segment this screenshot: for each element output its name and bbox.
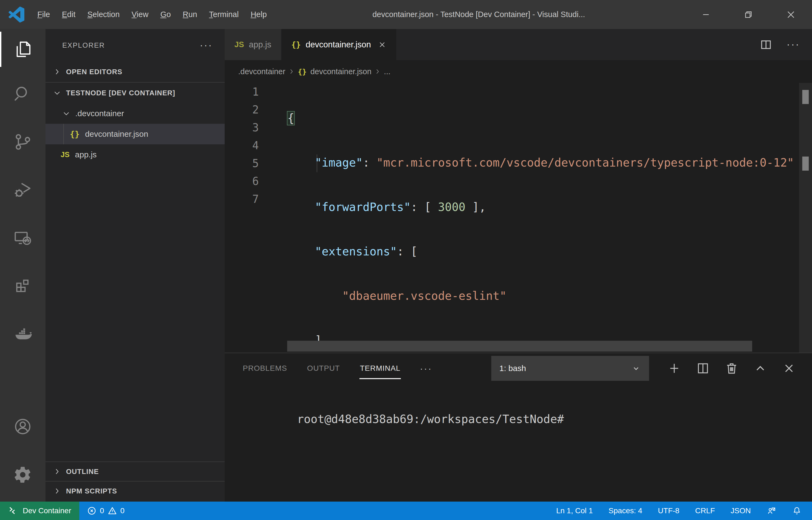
menu-view[interactable]: View <box>125 6 154 23</box>
line-number: 5 <box>225 154 262 172</box>
activity-remote-explorer[interactable] <box>0 214 46 262</box>
close-tab-icon[interactable] <box>378 41 387 49</box>
menu-terminal[interactable]: Terminal <box>203 6 245 23</box>
code-line-5: "dbaeumer.vscode-eslint" <box>287 287 794 305</box>
split-editor-icon[interactable] <box>759 38 773 51</box>
menu-help[interactable]: Help <box>245 6 273 23</box>
terminal-prompt: root@d48e8d38ab69:/workspaces/TestNode# <box>297 413 564 426</box>
line-number: 2 <box>225 101 262 119</box>
activity-settings[interactable] <box>0 451 46 499</box>
menu-file[interactable]: File <box>31 6 56 23</box>
encoding-setting[interactable]: UTF-8 <box>658 506 679 515</box>
outline-section[interactable]: OUTLINE <box>46 462 225 481</box>
breadcrumb-file[interactable]: devcontainer.json <box>310 67 372 76</box>
activity-accounts[interactable] <box>0 402 46 451</box>
separator: : [ <box>397 245 418 258</box>
activity-docker[interactable] <box>0 311 46 359</box>
code-line-4: "extensions": [ <box>287 243 794 261</box>
json-number: 3000 <box>438 201 465 214</box>
workspace-root-label: TESTNODE [DEV CONTAINER] <box>66 89 175 97</box>
new-terminal-icon[interactable] <box>668 362 681 375</box>
file-app-js-item[interactable]: JS app.js <box>46 145 225 165</box>
vertical-scrollbar[interactable] <box>799 83 812 353</box>
json-string: "dbaeumer.vscode-eslint" <box>342 289 506 303</box>
panel-more-tabs[interactable]: ··· <box>420 363 432 374</box>
menu-selection[interactable]: Selection <box>82 6 125 23</box>
code-line-3: "forwardPorts": [ 3000 ], <box>287 198 794 216</box>
gear-icon <box>13 465 32 484</box>
menu-go[interactable]: Go <box>154 6 177 23</box>
statusbar-right: Ln 1, Col 1 Spaces: 4 UTF-8 CRLF JSON <box>556 506 812 516</box>
explorer-more-actions[interactable]: ··· <box>200 40 213 51</box>
search-icon <box>13 84 32 103</box>
remote-explorer-icon <box>13 229 32 248</box>
window-title: devcontainer.json - TestNode [Dev Contai… <box>273 10 685 19</box>
horizontal-scrollbar[interactable] <box>287 341 752 352</box>
restore-icon <box>744 10 753 20</box>
docker-icon <box>13 325 32 344</box>
breadcrumb-folder[interactable]: .devcontainer <box>238 67 285 76</box>
code-line-2: "image": "mcr.microsoft.com/vscode/devco… <box>287 154 794 172</box>
tab-devcontainer-json[interactable]: {} devcontainer.json <box>281 29 397 60</box>
terminal-picker-value: 1: bash <box>499 364 526 373</box>
open-editors-section[interactable]: OPEN EDITORS <box>46 61 225 82</box>
folder-devcontainer-item[interactable]: .devcontainer <box>46 103 225 124</box>
kill-terminal-trash-icon[interactable] <box>725 362 738 375</box>
activity-bar <box>0 29 46 501</box>
editor-more-actions[interactable]: ··· <box>787 39 800 50</box>
indentation-setting[interactable]: Spaces: 4 <box>609 506 642 515</box>
line-number: 6 <box>225 172 262 190</box>
indent <box>287 156 315 169</box>
status-bar: Dev Container 0 0 Ln 1, Col 1 Spaces: 4 … <box>0 501 812 520</box>
remote-indicator[interactable]: Dev Container <box>0 501 79 520</box>
cursor-position[interactable]: Ln 1, Col 1 <box>556 506 593 515</box>
tab-terminal[interactable]: TERMINAL <box>359 359 401 378</box>
tab-problems[interactable]: PROBLEMS <box>242 359 288 378</box>
panel-header: PROBLEMS OUTPUT TERMINAL ··· 1: bash <box>225 353 812 384</box>
json-file-icon: {} <box>70 129 80 139</box>
terminal-picker-dropdown[interactable]: 1: bash <box>491 356 649 381</box>
editor-tab-bar: JS app.js {} devcontainer.json ··· <box>225 29 812 60</box>
minimize-button[interactable] <box>685 0 727 29</box>
eol-setting[interactable]: CRLF <box>695 506 715 515</box>
tab-output[interactable]: OUTPUT <box>307 359 340 378</box>
json-file-icon: {} <box>291 40 301 49</box>
git-branch-icon <box>13 132 32 151</box>
error-count: 0 <box>100 506 104 515</box>
activity-search[interactable] <box>0 70 46 118</box>
explorer-sidebar: EXPLORER ··· OPEN EDITORS TESTNODE [DEV … <box>46 29 225 501</box>
error-icon <box>87 506 96 516</box>
maximize-panel-icon[interactable] <box>754 362 767 375</box>
warning-icon <box>108 506 117 516</box>
menu-edit[interactable]: Edit <box>56 6 82 23</box>
activity-explorer[interactable] <box>0 29 46 70</box>
npm-scripts-section[interactable]: NPM SCRIPTS <box>46 482 225 500</box>
file-devcontainer-json-item[interactable]: {} devcontainer.json <box>46 124 225 145</box>
code-editor[interactable]: 1 2 3 4 5 6 7 { "image": "mcr.microsoft.… <box>225 83 812 353</box>
extensions-icon <box>13 277 32 296</box>
close-window-button[interactable] <box>769 0 812 29</box>
feedback-icon[interactable] <box>766 506 776 516</box>
workspace-root-item[interactable]: TESTNODE [DEV CONTAINER] <box>46 83 225 103</box>
split-terminal-icon[interactable] <box>696 362 710 375</box>
restore-button[interactable] <box>727 0 770 29</box>
menu-run[interactable]: Run <box>177 6 203 23</box>
close-panel-icon[interactable] <box>782 362 796 375</box>
window-controls <box>685 0 812 29</box>
terminal-output[interactable]: root@d48e8d38ab69:/workspaces/TestNode# <box>225 384 812 501</box>
title-bar: File Edit Selection View Go Run Terminal… <box>0 0 812 29</box>
indent <box>287 201 315 214</box>
notifications-bell-icon[interactable] <box>792 506 802 516</box>
separator: : <box>363 156 376 169</box>
activity-run-debug[interactable] <box>0 166 46 214</box>
language-mode[interactable]: JSON <box>730 506 751 515</box>
tab-app-js[interactable]: JS app.js <box>225 29 281 60</box>
remote-label: Dev Container <box>23 506 71 515</box>
warning-count: 0 <box>120 506 125 515</box>
problems-status[interactable]: 0 0 <box>79 506 132 516</box>
npm-scripts-label: NPM SCRIPTS <box>66 487 117 495</box>
breadcrumb-symbol[interactable]: ... <box>384 67 390 76</box>
activity-source-control[interactable] <box>0 118 46 166</box>
activity-extensions[interactable] <box>0 262 46 311</box>
chevron-down-icon <box>631 363 641 373</box>
